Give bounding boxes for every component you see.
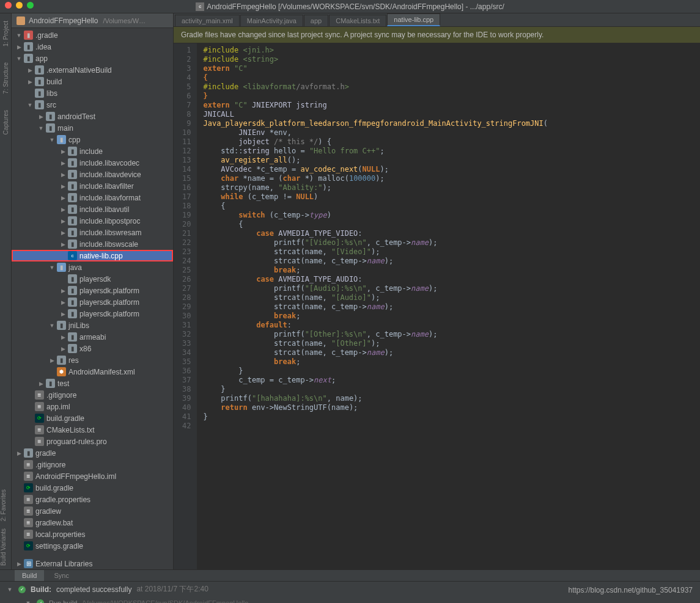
run-build-row[interactable]: ✓ Run build /Volumes/WORKSPACE/svn/SDK/A… [0, 597, 700, 603]
file-tree[interactable]: ▮.gradle▮.idea▮app▮.externalNativeBuild▮… [12, 28, 173, 558]
code-line[interactable]: printf("[Other]:%s\n", c_temp->name); [203, 330, 548, 339]
tree-item[interactable]: ▮include.libswscale [12, 238, 173, 250]
code-line[interactable]: strcat(name, c_temp->name); [203, 302, 548, 312]
code-line[interactable]: #include <libavformat/avformat.h> [203, 82, 548, 92]
code-line[interactable]: char *name = (char *) malloc(100000); [203, 174, 548, 183]
code-line[interactable]: strcat(name, "[Other]"); [203, 339, 548, 348]
tab-sync[interactable]: Sync [46, 570, 76, 581]
tree-item[interactable]: ▮playersdk.platform [12, 296, 173, 308]
code-line[interactable]: default: [203, 321, 548, 330]
code-line[interactable]: } [203, 412, 548, 422]
code-line[interactable]: strcat(name, "[Video]"); [203, 247, 548, 257]
chevron-down-icon[interactable] [26, 102, 34, 108]
code-line[interactable]: JNIEnv *env, [203, 128, 548, 137]
code-line[interactable]: strcpy(name, "Abality:"); [203, 183, 548, 192]
code-line[interactable]: } [203, 367, 548, 376]
tree-item[interactable]: ≡local.properties [12, 528, 173, 540]
code-line[interactable]: strcat(name, "[Audio]"); [203, 293, 548, 302]
code-line[interactable]: JNICALL [203, 110, 548, 119]
tree-item[interactable]: ▮armeabi [12, 331, 173, 343]
code-line[interactable]: strcat(name, c_temp->name); [203, 348, 548, 357]
tree-item[interactable]: ⬢AndroidManifest.xml [12, 366, 173, 378]
tree-item[interactable]: ≡gradlew.bat [12, 517, 173, 528]
tree-item[interactable]: ⟳build.gradle [12, 482, 173, 494]
mac-close-button[interactable] [5, 2, 12, 9]
chevron-right-icon[interactable] [59, 230, 67, 236]
tree-item[interactable]: ▮include [12, 145, 173, 157]
tree-item[interactable]: ▮include.libavfilter [12, 180, 173, 192]
code-line[interactable]: break; [203, 357, 548, 367]
editor-tab[interactable]: CMakeLists.txt [329, 15, 386, 26]
code-line[interactable]: std::string hello = "Hello from C++"; [203, 147, 548, 156]
code-line[interactable]: c_temp = c_temp->next; [203, 376, 548, 385]
code-line[interactable]: extern "C" [203, 64, 548, 73]
chevron-down-icon[interactable] [15, 56, 23, 62]
chevron-right-icon[interactable] [59, 148, 67, 155]
tree-item[interactable]: ▮test [12, 378, 173, 389]
code-line[interactable]: } [203, 385, 548, 394]
tree-item[interactable]: ≡gradlew [12, 505, 173, 517]
project-root[interactable]: AndroidFFmpegHello /Volumes/W… [12, 13, 173, 28]
tree-item[interactable]: ▮playersdk [12, 273, 173, 285]
code-line[interactable]: { [203, 202, 548, 211]
tree-item[interactable]: ▮include.libavcodec [12, 157, 173, 169]
tree-item[interactable]: ≡AndroidFFmpegHello.iml [12, 470, 173, 482]
chevron-right-icon[interactable] [15, 44, 23, 50]
tree-item[interactable]: ▮build [12, 76, 173, 87]
chevron-right-icon[interactable] [59, 311, 67, 317]
tree-item[interactable]: ▮.idea [12, 41, 173, 53]
rail-captures[interactable]: Captures [2, 106, 9, 139]
tree-item[interactable]: ≡proguard-rules.pro [12, 436, 173, 447]
tree-item[interactable]: ⟳build.gradle [12, 412, 173, 424]
chevron-down-icon[interactable] [48, 323, 56, 329]
gradle-sync-notification[interactable]: Gradle files have changed since last pro… [174, 27, 700, 43]
chevron-down-icon[interactable] [48, 137, 56, 143]
tree-item[interactable]: ▮main [12, 122, 173, 134]
tree-item[interactable]: ▮.gradle [12, 29, 173, 41]
code-line[interactable] [203, 422, 548, 431]
tree-item[interactable]: ▮jniLibs [12, 320, 173, 331]
tree-item[interactable]: ▮include.libswresam [12, 227, 173, 238]
chevron-right-icon[interactable] [15, 450, 23, 456]
chevron-right-icon[interactable] [59, 346, 67, 352]
code-line[interactable]: break; [203, 312, 548, 321]
external-libraries[interactable]: ⊞ External Libraries [12, 558, 173, 569]
tree-item[interactable]: ▮.externalNativeBuild [12, 64, 173, 76]
chevron-right-icon[interactable] [59, 288, 67, 294]
code-line[interactable]: case AVMEDIA_TYPE_AUDIO: [203, 275, 548, 284]
tree-item[interactable]: ▮include.libpostproc [12, 215, 173, 227]
code-line[interactable]: printf("[hahahaha]:%s\n", name); [203, 394, 548, 403]
code-line[interactable]: } [203, 92, 548, 101]
chevron-right-icon[interactable] [59, 334, 67, 340]
tree-item[interactable]: ▮include.libavdevice [12, 169, 173, 180]
code-editor[interactable]: 1234567891011121314151617181920212223242… [174, 43, 700, 569]
tree-item[interactable]: ▮src [12, 99, 173, 111]
chevron-down-icon[interactable] [48, 265, 56, 271]
tree-item[interactable]: ⟳settings.gradle [12, 540, 173, 552]
code-line[interactable]: switch (c_temp->type) [203, 211, 548, 220]
tree-item[interactable]: ≡CMakeLists.txt [12, 424, 173, 436]
mac-maximize-button[interactable] [27, 2, 34, 9]
chevron-right-icon[interactable] [15, 561, 23, 567]
tree-item[interactable]: ▮libs [12, 87, 173, 99]
code-line[interactable]: av_register_all(); [203, 156, 548, 165]
chevron-right-icon[interactable] [26, 79, 34, 85]
chevron-right-icon[interactable] [59, 172, 67, 178]
chevron-right-icon[interactable] [59, 206, 67, 213]
code-line[interactable]: printf("[Audio]:%s\n", c_temp->name); [203, 284, 548, 293]
tree-item[interactable]: ▮cpp [12, 134, 173, 145]
chevron-right-icon[interactable] [37, 381, 45, 387]
chevron-right-icon[interactable] [59, 160, 67, 166]
rail-favorites[interactable]: 2: Favorites [0, 486, 7, 525]
code-line[interactable]: jobject /* this */) { [203, 137, 548, 147]
code-line[interactable]: extern "C" JNIEXPORT jstring [203, 101, 548, 110]
code-line[interactable]: #include <jni.h> [203, 46, 548, 55]
tree-item[interactable]: ▮androidTest [12, 111, 173, 122]
code-line[interactable]: { [203, 220, 548, 229]
code-line[interactable]: case AVMEDIA_TYPE_VIDEO: [203, 229, 548, 238]
tree-item[interactable]: cnative-lib.cpp [12, 250, 173, 261]
code-content[interactable]: #include <jni.h>#include <string>extern … [197, 43, 554, 569]
chevron-down-icon[interactable] [37, 125, 45, 131]
chevron-right-icon[interactable] [59, 183, 67, 189]
tab-build[interactable]: Build [15, 570, 44, 581]
